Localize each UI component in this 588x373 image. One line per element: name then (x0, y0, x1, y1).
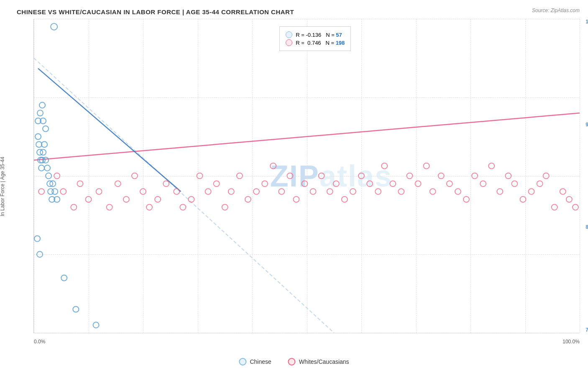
y-tick-80: 80.0% (585, 224, 588, 230)
svg-point-42 (367, 181, 373, 186)
legend-box: R = -0.136 N = 57 R = 0.746 N = 198 (279, 26, 351, 51)
svg-point-23 (214, 181, 220, 186)
svg-point-13 (132, 173, 138, 179)
svg-point-68 (573, 204, 578, 210)
svg-point-33 (293, 197, 299, 202)
svg-point-56 (480, 181, 486, 186)
plot-area: ZIPatlas (33, 19, 580, 333)
y-axis-right: 100.0% 90.0% 80.0% 70.0% (585, 19, 588, 333)
svg-point-89 (37, 251, 43, 257)
svg-point-24 (222, 204, 228, 210)
svg-point-57 (488, 163, 494, 169)
svg-point-28 (253, 189, 259, 194)
svg-point-91 (61, 275, 67, 281)
caucasians-swatch (288, 358, 296, 365)
svg-point-80 (46, 173, 51, 179)
svg-point-35 (310, 189, 316, 194)
svg-point-54 (463, 197, 469, 202)
svg-point-21 (197, 173, 202, 179)
svg-point-79 (44, 165, 50, 171)
svg-point-36 (319, 173, 325, 179)
y-axis-label: In Labor Force | Age 35-44 (0, 157, 5, 217)
gridline (580, 19, 580, 333)
chart-container: CHINESE VS WHITE/CAUCASIAN IN LABOR FORC… (0, 0, 588, 373)
svg-point-53 (455, 189, 461, 194)
svg-point-6 (71, 204, 77, 210)
svg-point-66 (560, 189, 566, 194)
svg-point-20 (188, 197, 194, 202)
svg-point-51 (438, 173, 444, 179)
svg-point-34 (302, 181, 307, 186)
svg-point-12 (123, 197, 129, 202)
svg-point-32 (287, 173, 293, 179)
caucasians-label: Whites/Caucasians (299, 358, 349, 365)
scatter-plot (34, 19, 580, 333)
svg-point-16 (155, 197, 161, 202)
svg-point-38 (333, 181, 339, 186)
svg-line-2 (38, 69, 181, 192)
svg-point-5 (60, 189, 66, 194)
svg-point-43 (375, 189, 381, 194)
x-axis: 0.0% 100.0% (34, 339, 580, 345)
svg-point-39 (342, 197, 348, 202)
svg-line-1 (34, 113, 580, 160)
svg-point-60 (511, 181, 517, 186)
svg-point-26 (237, 173, 243, 179)
svg-point-7 (77, 181, 83, 186)
svg-point-70 (35, 134, 41, 140)
bottom-legend: Chinese Whites/Caucasians (239, 358, 349, 365)
svg-point-8 (85, 197, 91, 202)
legend-row-blue: R = -0.136 N = 57 (286, 31, 345, 38)
svg-point-25 (228, 189, 234, 194)
svg-point-27 (245, 197, 251, 202)
svg-point-10 (107, 204, 112, 210)
svg-point-14 (140, 189, 146, 194)
svg-point-52 (447, 181, 453, 186)
x-tick-100: 100.0% (562, 339, 580, 345)
svg-point-4 (54, 173, 60, 179)
svg-point-31 (279, 189, 284, 194)
legend-r-blue: R = -0.136 N = 57 (296, 32, 342, 38)
svg-point-76 (40, 149, 46, 155)
legend-row-pink: R = 0.746 N = 198 (286, 39, 345, 46)
svg-point-17 (163, 181, 169, 186)
y-tick-70: 70.0% (585, 327, 588, 333)
svg-line-0 (34, 58, 334, 333)
svg-point-69 (51, 23, 57, 30)
svg-point-71 (36, 141, 42, 147)
x-tick-0: 0.0% (34, 339, 45, 345)
y-tick-100: 100.0% (585, 19, 588, 25)
svg-point-46 (398, 189, 404, 194)
svg-point-30 (270, 163, 276, 169)
svg-point-65 (552, 204, 557, 210)
svg-point-85 (43, 126, 49, 132)
legend-swatch-pink (286, 39, 292, 46)
svg-point-47 (406, 173, 412, 179)
y-tick-90: 90.0% (585, 122, 588, 128)
svg-point-22 (205, 189, 211, 194)
svg-point-67 (566, 197, 572, 202)
svg-point-77 (41, 141, 47, 147)
svg-point-49 (424, 163, 429, 169)
svg-point-19 (180, 204, 186, 210)
legend-swatch-blue (286, 31, 292, 38)
legend-item-caucasians: Whites/Caucasians (288, 358, 349, 365)
svg-point-55 (472, 173, 478, 179)
svg-point-74 (38, 165, 44, 171)
chinese-label: Chinese (250, 358, 271, 365)
svg-point-62 (529, 189, 534, 194)
svg-point-94 (52, 189, 58, 194)
svg-point-45 (390, 181, 396, 186)
svg-point-41 (358, 173, 364, 179)
svg-point-48 (415, 181, 421, 186)
svg-point-61 (520, 197, 526, 202)
gridline (34, 333, 580, 333)
chinese-swatch (239, 358, 246, 365)
svg-point-64 (543, 173, 549, 179)
svg-point-63 (537, 181, 543, 186)
source-label: Source: ZipAtlas.com (532, 8, 580, 13)
svg-point-59 (505, 173, 511, 179)
svg-point-58 (497, 189, 503, 194)
svg-point-37 (327, 189, 333, 194)
legend-item-chinese: Chinese (239, 358, 271, 365)
